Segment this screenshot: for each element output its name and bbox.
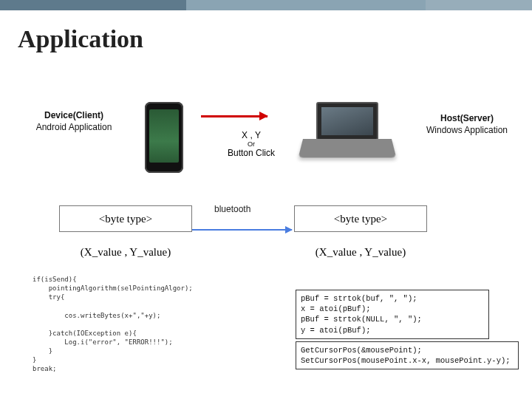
host-code-cursor: GetCursorPos(&mousePoint); SetCursorPos(…	[296, 341, 519, 369]
client-code-snippet: if(isSend){ pointingAlgorithm(selPointin…	[33, 275, 210, 374]
client-label: Device(Client)Android Application	[30, 109, 118, 133]
host-code-parse: pBuf = strtok(buf, ", "); x = atoi(pBuf)…	[296, 290, 489, 339]
laptop-icon	[303, 102, 392, 161]
phone-icon	[145, 102, 183, 173]
host-value-label: (X_value , Y_value)	[294, 239, 427, 265]
diagram-stage: Device(Client)Android Application X , Y …	[0, 0, 532, 399]
transfer-label: X , Y Or Button Click	[222, 130, 281, 158]
bluetooth-label: bluetooth	[214, 204, 250, 214]
host-byte-box: <byte type>	[294, 205, 427, 232]
red-arrow-icon	[201, 115, 267, 117]
host-label: Host(Server)Windows Application	[415, 112, 519, 136]
client-byte-box: <byte type>	[59, 205, 192, 232]
blue-arrow-icon	[192, 229, 292, 231]
client-value-label: (X_value , Y_value)	[59, 239, 192, 265]
